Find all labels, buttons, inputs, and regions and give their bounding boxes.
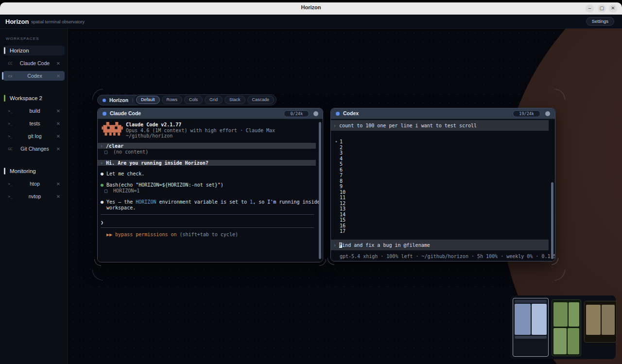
- workspaces-section-label: WORKSPACES: [6, 36, 68, 41]
- context-usage-badge: 19/24k: [513, 110, 540, 117]
- sidebar-item-nvtop[interactable]: >_ nvtop ✕: [3, 191, 65, 201]
- claude-code-logo-icon: [102, 122, 123, 137]
- context-usage-badge: 0/24k: [284, 110, 309, 117]
- sidebar-item-build[interactable]: >_ build ✕: [3, 106, 65, 116]
- codex-window[interactable]: Codex 19/24k › count to 100 one per line…: [330, 108, 555, 261]
- workspace-accent-bar: [4, 95, 5, 102]
- claude-code-window[interactable]: Claude Code 0/24k Claude Code v2.1: [97, 108, 323, 262]
- scrollbar-thumb[interactable]: [551, 182, 553, 259]
- codex-terminal[interactable]: › count to 100 one per line i want to te…: [331, 119, 555, 261]
- layout-button-cascade[interactable]: Cascade: [247, 96, 275, 104]
- git-changes-icon: GC: [3, 147, 17, 151]
- workspace-minimap: [510, 295, 616, 359]
- claude-answer-line1: ● Yes — the HORIZON environment variable…: [101, 199, 323, 205]
- minimize-button[interactable]: –: [586, 4, 594, 13]
- minimap-pane: [553, 328, 567, 354]
- terminal-icon: >_: [3, 182, 17, 186]
- terminal-icon: >_: [3, 194, 17, 199]
- layout-switcher: Default Rows Cols Grid Stack Cascade: [134, 94, 276, 105]
- claude-cmd-clear: › /clear: [100, 143, 123, 149]
- user-message-highlight: [98, 143, 316, 149]
- close-window-button[interactable]: ✕: [609, 4, 617, 13]
- close-icon[interactable]: ✕: [52, 194, 65, 199]
- settings-button[interactable]: Settings: [586, 17, 614, 26]
- window-status-dot: [103, 112, 106, 116]
- close-icon[interactable]: ✕: [52, 121, 65, 126]
- close-icon[interactable]: ✕: [52, 73, 65, 79]
- workspace-group-workspace-2[interactable]: Workspace 2: [3, 93, 65, 103]
- sidebar-item-tests[interactable]: >_ tests ✕: [3, 119, 65, 128]
- claude-answer-line2: workspace.: [106, 205, 136, 211]
- codex-bullet: •: [335, 139, 338, 145]
- terminal-icon: >_: [3, 109, 17, 113]
- os-titlebar: Horizon – ▢ ✕: [0, 2, 622, 15]
- sidebar-item-htop[interactable]: >_ htop ✕: [3, 179, 65, 189]
- codex-icon: cx: [3, 74, 17, 78]
- layout-button-rows[interactable]: Rows: [162, 96, 183, 104]
- window-control-dot[interactable]: [313, 111, 318, 116]
- claude-input-prompt[interactable]: ❯: [101, 220, 104, 225]
- claude-permissions-footer: ▶▶ bypass permissions on (shift+tab to c…: [106, 232, 238, 238]
- codex-status-bar: gpt-5.4 xhigh · 100% left · ~/github/hor…: [340, 254, 555, 260]
- close-icon[interactable]: ✕: [52, 61, 65, 66]
- codex-count-list: 1 2 3 4 5 6 7 8 9 10 11 12 13 14 15 16 1…: [340, 139, 346, 234]
- minimap-pane: [515, 304, 531, 335]
- codex-user-command: › count to 100 one per line i want to te…: [333, 123, 477, 129]
- app-title: Horizon: [5, 18, 29, 25]
- claude-terminal[interactable]: Claude Code v2.1.77 Opus 4.6 (1M context…: [98, 119, 323, 262]
- window-control-dot[interactable]: [545, 111, 550, 116]
- app-subtitle: spatial terminal observatory: [31, 19, 85, 24]
- sidebar-item-claude-code[interactable]: CC Claude Code ✕: [3, 58, 65, 68]
- maximize-button[interactable]: ▢: [598, 4, 606, 13]
- layout-button-cols[interactable]: Cols: [184, 96, 203, 104]
- workspace-status-dot: [103, 99, 106, 102]
- os-window-title: Horizon: [0, 4, 622, 10]
- layout-button-grid[interactable]: Grid: [205, 96, 223, 104]
- minimap-pane: [586, 305, 601, 335]
- layout-button-default[interactable]: Default: [136, 96, 160, 104]
- app-root: Horizon – ▢ ✕ Horizon spatial terminal o…: [0, 0, 622, 364]
- layout-button-stack[interactable]: Stack: [225, 96, 245, 104]
- workspace-accent-bar: [4, 168, 5, 174]
- scrollbar-thumb[interactable]: [319, 122, 321, 259]
- minimap-pane: [553, 302, 568, 327]
- sidebar-item-codex[interactable]: cx Codex ✕: [3, 71, 65, 81]
- minimap-tile-workspace-2[interactable]: [552, 299, 581, 356]
- minimap-pane: [568, 328, 579, 354]
- minimap-strip: [515, 336, 547, 339]
- claude-cmd-question: › Hi. Are you running inside Horizon?: [100, 160, 208, 166]
- close-icon[interactable]: ✕: [52, 134, 65, 139]
- claude-tool-call: ● Bash(echo "HORIZON=${HORIZON:-not set}…: [101, 182, 224, 188]
- terminal-icon: >_: [3, 134, 17, 139]
- claude-clear-result: □ (no content): [104, 149, 148, 155]
- selected-accent-bar: [2, 72, 3, 80]
- minimap-toolbar-strip: [515, 300, 547, 303]
- claude-banner-path: ~/github/horizon: [126, 133, 173, 139]
- claude-banner-model: Opus 4.6 (1M context) with high effort ·…: [126, 128, 275, 134]
- minimap-pane: [602, 305, 615, 335]
- workspace-accent-bar: [4, 47, 5, 54]
- sidebar-item-git-log[interactable]: >_ git log ✕: [3, 131, 65, 141]
- sidebar-item-git-changes[interactable]: GC Git Changes ✕: [3, 144, 65, 154]
- claude-tool-result: □ HORIZON=1: [104, 188, 139, 194]
- input-divider: [101, 214, 314, 215]
- close-icon[interactable]: ✕: [52, 181, 65, 187]
- claude-msg-check: ● Let me check.: [101, 171, 144, 177]
- workspace-group-horizon[interactable]: Horizon: [3, 46, 65, 55]
- minimap-tile-horizon[interactable]: [513, 298, 549, 357]
- minimap-pane: [569, 302, 579, 327]
- workspace-group-monitoring[interactable]: Monitoring: [3, 166, 65, 176]
- claude-window-header[interactable]: Claude Code 0/24k: [98, 108, 323, 119]
- claude-banner-title: Claude Code v2.1.77: [126, 122, 181, 128]
- terminal-icon: >_: [3, 121, 17, 126]
- workspace-canvas[interactable]: Horizon ⋮⋮ Default Rows Cols Grid Stack …: [69, 29, 622, 364]
- minimap-tile-workspace-3[interactable]: [584, 301, 617, 343]
- codex-input-field[interactable]: › Find and fix a bug in @filename: [333, 243, 430, 248]
- claude-code-icon: CC: [3, 61, 17, 66]
- codex-window-header[interactable]: Codex 19/24k: [331, 108, 555, 119]
- sidebar: WORKSPACES Horizon CC Claude Code ✕ cx C…: [0, 29, 68, 364]
- close-icon[interactable]: ✕: [52, 108, 65, 114]
- app-header: Horizon spatial terminal observatory Set…: [0, 15, 622, 29]
- window-status-dot: [336, 112, 340, 116]
- close-icon[interactable]: ✕: [52, 146, 65, 152]
